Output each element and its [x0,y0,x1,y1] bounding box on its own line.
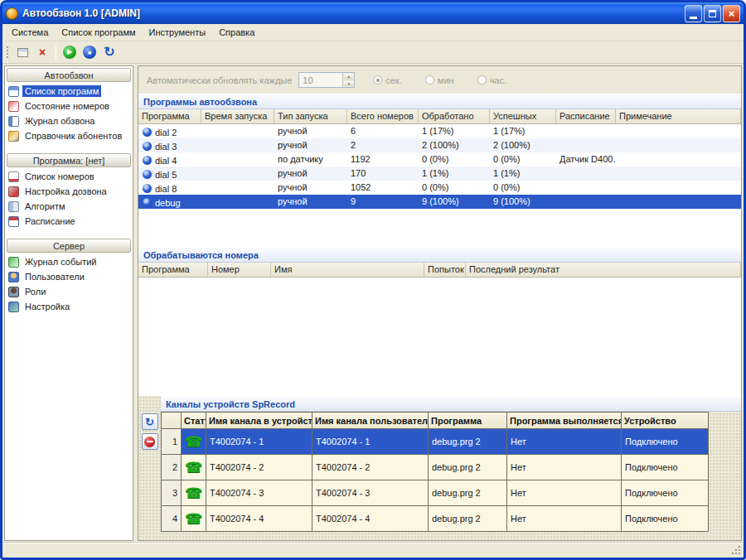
roles-icon [8,287,19,297]
refresh-interval-spinner[interactable]: 10 ▲ ▼ [298,72,355,88]
sidebar-item-schedule[interactable]: Расписание [5,214,133,229]
sidebar-item-dial-settings[interactable]: Настройка дозвона [5,184,133,199]
minimize-button[interactable] [685,5,702,22]
column-header[interactable]: Тип запуска [274,109,347,123]
channels-header-row: Статус Имя канала в устройстве Имя канал… [162,413,709,429]
sidebar-item-subscriber-directory[interactable]: Справочник абонентов [5,128,133,143]
sidebar-item-event-log[interactable]: Журнал событий [5,254,133,269]
column-header[interactable]: Расписание [556,109,616,123]
sidebar-item-algorithm[interactable]: Алгоритм [5,199,133,214]
stop-icon: ■ [83,46,96,59]
program-list-icon [8,86,19,97]
window-title: Автообзвон 1.0 [ADMIN] [22,7,683,19]
channels-stop-button[interactable] [142,433,158,450]
column-header[interactable]: Программа [138,109,201,123]
dial-settings-icon [8,186,19,197]
sidebar-item-numbers-state[interactable]: Состояние номеров [5,99,133,113]
resize-grip[interactable] [739,553,740,554]
column-header[interactable]: Программа выполняется [507,413,622,429]
sidebar-section-autodial[interactable]: Автообзвон [7,68,131,82]
column-header[interactable]: Имя канала в устройстве [206,413,312,429]
refresh-icon: ↻ [145,417,154,427]
table-row[interactable]: dial 8 ручной 1052 0 (0%) 0 (0%) [138,181,741,195]
channel-row-selected[interactable]: 1 ☎ T4002074 - 1 T4002074 - 1 debug.prg … [162,429,709,455]
properties-button[interactable] [13,43,31,61]
sidebar-item-roles[interactable]: Роли [5,284,133,299]
close-icon: × [729,8,735,19]
spinner-arrows: ▲ ▼ [342,73,354,87]
sidebar-item-program-list[interactable]: Список программ [5,84,133,99]
channel-row[interactable]: 3 ☎ T4002074 - 3 T4002074 - 3 debug.prg … [162,480,709,506]
dial-journal-icon [8,116,19,127]
phone-icon: ☎ [185,485,202,501]
table-row[interactable]: dial 3 ручной 2 2 (100%) 2 (100%) [138,138,741,152]
channel-row[interactable]: 2 ☎ T4002074 - 2 T4002074 - 2 debug.prg … [162,455,709,480]
start-button[interactable]: ▶ [61,43,79,61]
sidebar-item-users[interactable]: Пользователи [5,269,133,284]
sidebar-gap [5,143,133,152]
column-header[interactable]: Статус [182,413,206,429]
table-row[interactable]: dial 5 ручной 170 1 (1%) 1 (1%) [138,167,741,181]
channel-controls: ↻ [138,396,161,540]
radio-hours[interactable]: час. [477,75,506,85]
program-status-icon [143,198,152,207]
toolbar-grip[interactable] [5,45,9,60]
programs-table-header: Программа Время запуска Тип запуска Всег… [138,109,741,124]
channel-row[interactable]: 4 ☎ T4002074 - 4 T4002074 - 4 debug.prg … [162,506,709,532]
column-header[interactable]: Последний результат [466,263,741,277]
status-bar [2,543,744,558]
channels-refresh-button[interactable]: ↻ [142,413,158,430]
spinner-up-icon[interactable]: ▲ [343,73,354,80]
column-header[interactable]: Имя канала пользователя [312,413,429,429]
refresh-unit-group: сек. мин час. [373,75,506,85]
column-header[interactable]: Устройство [622,413,709,429]
subscribers-icon [8,131,19,142]
sidebar-section-server[interactable]: Сервер [7,239,131,253]
delete-button[interactable]: × [33,43,51,61]
numbers-state-icon [8,101,19,112]
refresh-button[interactable]: ↻ [100,43,119,61]
column-header[interactable]: Всего номеров [347,109,419,123]
radio-seconds[interactable]: сек. [373,75,402,85]
menu-system[interactable]: Система [5,25,55,40]
settings-gear-icon [8,302,19,312]
title-bar: Автообзвон 1.0 [ADMIN] × [2,2,744,24]
column-header[interactable]: Программа [429,413,507,429]
programs-table-body: dial 2 ручной 6 1 (17%) 1 (17%) dial 3 р… [138,124,741,209]
sidebar-item-dial-journal[interactable]: Журнал обзвона [5,113,133,128]
column-header [162,413,182,429]
column-header[interactable]: Обработано [419,109,490,123]
column-header[interactable]: Попыток [424,263,466,277]
program-status-icon [143,128,152,137]
stop-button[interactable]: ■ [80,43,99,61]
maximize-icon [709,10,716,17]
radio-minutes[interactable]: мин [425,75,454,85]
table-row-selected[interactable]: debug ручной 9 9 (100%) 9 (100%) [138,195,741,209]
close-button[interactable]: × [723,5,740,22]
table-row[interactable]: dial 2 ручной 6 1 (17%) 1 (17%) [138,124,741,138]
column-header[interactable]: Успешных [490,109,556,123]
menu-help[interactable]: Справка [212,25,261,40]
menu-tools[interactable]: Инструменты [143,25,213,40]
column-header[interactable]: Имя [271,263,424,277]
column-header[interactable]: Время запуска [201,109,274,123]
start-icon: ▶ [63,46,76,59]
column-header[interactable]: Номер [208,263,271,277]
sidebar-section-program[interactable]: Программа: [нет] [7,153,131,167]
table-row[interactable]: dial 4 по датчику 1192 0 (0%) 0 (0%) Дат… [138,152,741,167]
radio-seconds-dot [373,75,382,84]
sidebar-item-settings[interactable]: Настройка [5,299,133,314]
phone-icon: ☎ [185,460,202,476]
channels-group-label: Каналы устройств SpRecord [161,396,741,412]
column-header[interactable]: Программа [138,263,208,277]
spinner-down-icon[interactable]: ▼ [343,80,354,88]
refresh-interval-value: 10 [299,73,342,87]
sidebar-item-number-list[interactable]: Список номеров [5,169,133,184]
refresh-icon: ↻ [104,46,114,59]
maximize-button[interactable] [704,5,721,22]
processing-table-empty-area [138,278,741,396]
column-header[interactable]: Примечание [616,109,741,123]
menu-program-list[interactable]: Список программ [55,25,142,40]
programs-group-label: Программы автообзвона [138,94,741,109]
stop-minus-icon [144,437,155,447]
